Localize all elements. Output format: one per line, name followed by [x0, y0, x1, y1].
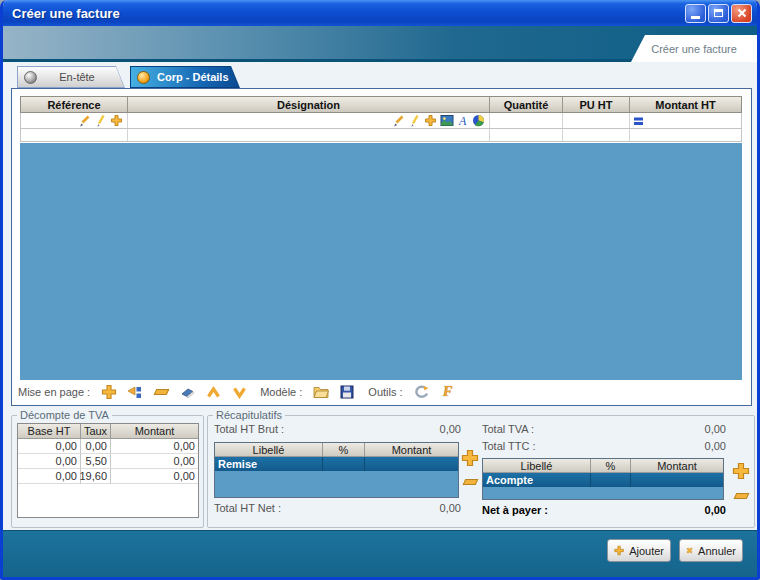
recalculate-button[interactable] [413, 384, 431, 400]
mise-en-page-label: Mise en page : [18, 386, 90, 398]
add-line-button[interactable] [100, 384, 118, 400]
move-down-button[interactable] [230, 384, 248, 400]
total-ht-net-value: 0,00 [440, 502, 461, 514]
deposit-row-montant [631, 473, 723, 487]
tva-col-montant: Montant [111, 424, 198, 438]
ajouter-button[interactable]: Ajouter [607, 539, 671, 562]
chevron-down-icon [232, 386, 247, 399]
pencil-icon[interactable] [408, 114, 421, 127]
footer-bar: Ajouter Annuler [3, 530, 757, 577]
plus-icon [461, 449, 479, 466]
formula-button[interactable]: F [439, 384, 457, 400]
tva-cell: 0,00 [18, 439, 81, 454]
tva-cell: 5,50 [81, 454, 111, 469]
image-icon[interactable] [440, 114, 454, 127]
tva-row: 0,00 0,00 0,00 [18, 439, 198, 454]
add-icon [614, 544, 624, 557]
pu-ht-cell[interactable] [563, 113, 630, 128]
svg-text:A: A [458, 114, 467, 127]
equals-icon[interactable] [633, 115, 645, 127]
subtotal-line-icon [153, 389, 169, 395]
page-tab[interactable]: Créer une facture [631, 35, 757, 62]
deposit-row-acompte[interactable]: Acompte [483, 473, 723, 487]
discount-col-pct: % [323, 443, 365, 456]
total-tva-label: Total TVA : [482, 423, 534, 435]
tva-cell: 19,60 [81, 469, 111, 484]
discount-row-pct [323, 457, 365, 471]
pen-icon[interactable] [78, 114, 91, 127]
designation-cell[interactable]: A [128, 113, 490, 128]
close-icon [737, 8, 747, 18]
discount-col-montant: Montant [365, 443, 458, 456]
font-icon[interactable]: A [457, 114, 469, 127]
open-model-button[interactable] [312, 384, 330, 400]
tab-entete[interactable]: En-tête [17, 66, 125, 88]
invoice-lines-grid-body[interactable] [20, 143, 742, 380]
montant-ht-cell[interactable] [630, 113, 741, 128]
add-icon[interactable] [424, 114, 437, 127]
tva-row: 0,00 19,60 0,00 [18, 469, 198, 484]
invoice-line-empty-row[interactable] [20, 129, 742, 142]
deposit-add-button[interactable] [731, 461, 751, 479]
tab-corps-label: Corp - Détails [157, 71, 243, 83]
reference-cell[interactable] [21, 113, 128, 128]
plus-icon [732, 462, 750, 479]
deposit-col-pct: % [591, 459, 631, 472]
ajouter-button-label: Ajouter [629, 545, 664, 557]
discount-table-filler[interactable] [215, 471, 458, 497]
maximize-button[interactable] [708, 4, 729, 23]
add-icon[interactable] [110, 114, 123, 127]
tva-cell: 0,00 [18, 469, 81, 484]
net-a-payer-value: 0,00 [705, 504, 726, 516]
discount-remove-button[interactable] [460, 473, 480, 491]
subtotal-line-button[interactable] [152, 384, 170, 400]
total-ht-brut-label: Total HT Brut : [214, 423, 284, 435]
tva-cell: 0,00 [81, 439, 111, 454]
deposit-remove-button[interactable] [731, 487, 751, 505]
insert-line-button[interactable] [126, 384, 144, 400]
tab-corps-details[interactable]: Corp - Détails [130, 66, 240, 88]
chevron-up-icon [206, 386, 221, 399]
empty-cell [21, 129, 128, 141]
close-button[interactable] [731, 4, 752, 23]
minimize-icon [691, 16, 700, 19]
open-folder-icon [313, 385, 329, 399]
formula-icon: F [443, 384, 452, 400]
invoice-line-edit-row: A [20, 113, 742, 129]
orange-sphere-icon [137, 71, 150, 84]
erase-line-button[interactable] [178, 384, 196, 400]
tva-cell: 0,00 [111, 469, 198, 484]
annuler-button[interactable]: Annuler [679, 539, 743, 562]
discount-table: Libellé % Montant Remise [214, 442, 459, 498]
modele-label: Modèle : [260, 386, 302, 398]
tab-entete-label: En-tête [59, 71, 108, 83]
move-up-button[interactable] [204, 384, 222, 400]
discount-row-remise[interactable]: Remise [215, 457, 458, 471]
pencil-icon[interactable] [94, 114, 107, 127]
pen-icon[interactable] [392, 114, 405, 127]
recap-right-section: Total TVA : 0,00 Total TTC : 0,00 Libell… [482, 423, 726, 521]
discount-header-row: Libellé % Montant [215, 443, 458, 457]
total-ht-net-label: Total HT Net : [214, 502, 281, 514]
discount-add-button[interactable] [460, 448, 480, 466]
deposit-table-filler[interactable] [483, 487, 723, 499]
annuler-button-label: Annuler [698, 545, 736, 557]
pie-icon[interactable] [472, 114, 485, 127]
header-band: Créer une facture [3, 26, 757, 62]
tva-col-base-ht: Base HT [18, 424, 81, 438]
window-title: Créer une facture [12, 6, 683, 21]
quantite-cell[interactable] [490, 113, 563, 128]
discount-row-montant [365, 457, 458, 471]
save-model-button[interactable] [338, 384, 356, 400]
deposit-col-montant: Montant [631, 459, 723, 472]
recap-group: Récapitulatifs Total HT Brut : 0,00 Libe… [207, 409, 755, 528]
tva-group: Décompte de TVA Base HT Taux Montant 0,0… [11, 409, 204, 528]
empty-cell [490, 129, 563, 141]
tva-group-title: Décompte de TVA [17, 409, 112, 421]
add-line-icon [101, 384, 117, 400]
col-header-reference: Référence [21, 97, 128, 112]
invoice-lines-table: Référence Désignation Quantité PU HT Mon… [20, 96, 742, 380]
insert-line-icon [127, 385, 143, 400]
minimize-button[interactable] [685, 4, 706, 23]
page-tab-label: Créer une facture [651, 43, 737, 55]
